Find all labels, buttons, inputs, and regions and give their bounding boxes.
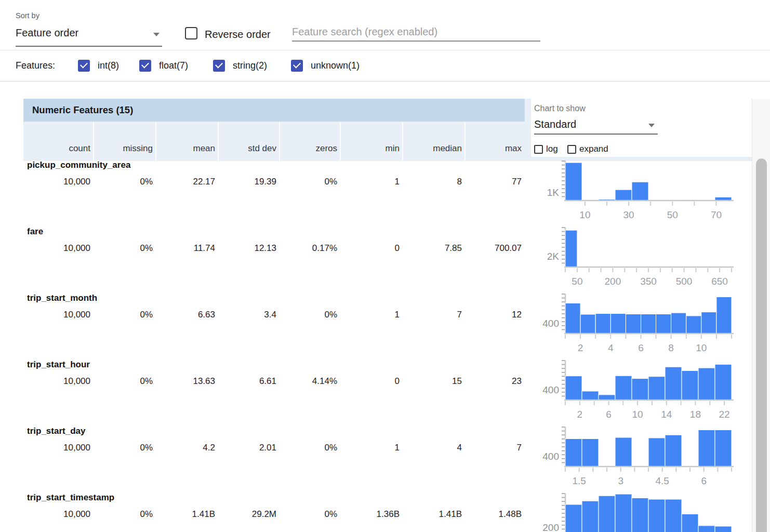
column-header-zeros[interactable]: zeros [280, 122, 337, 161]
stat-median: 15 [403, 376, 462, 387]
stat-count: 10,000 [23, 376, 90, 387]
column-header-median[interactable]: median [403, 122, 462, 161]
svg-text:500: 500 [676, 276, 693, 287]
feature-name: trip_start_day [27, 426, 85, 436]
stat-std_dev: 2.01 [218, 443, 276, 453]
column-divider [218, 122, 219, 161]
column-header-std-dev[interactable]: std dev [218, 122, 276, 161]
stat-median: 7 [403, 310, 462, 320]
histogram-trip_start_day: 1.534.56400 [540, 425, 734, 491]
column-divider [402, 122, 403, 161]
chart-type-dropdown[interactable]: Standard [534, 118, 659, 134]
svg-text:8: 8 [668, 342, 674, 353]
feature-type-checkbox[interactable] [291, 60, 303, 72]
stat-mean: 4.2 [156, 443, 215, 453]
column-header-missing[interactable]: missing [94, 122, 153, 161]
histogram-fare: 502003505006502K [540, 225, 734, 292]
svg-text:18: 18 [690, 409, 701, 420]
search-underline [292, 41, 540, 42]
stat-count: 10,000 [23, 509, 90, 520]
svg-text:10: 10 [632, 409, 643, 420]
svg-text:6: 6 [638, 342, 644, 353]
histogram-trip_start_hour: 2610141822400 [540, 358, 734, 425]
stat-median: 7.85 [403, 243, 462, 254]
stat-min: 1 [340, 443, 400, 453]
stat-std_dev: 29.2M [218, 509, 276, 520]
stat-mean: 6.63 [156, 310, 215, 320]
expand-label: expand [579, 144, 608, 154]
topbar-divider [0, 50, 770, 50]
sort-by-underline [16, 46, 162, 47]
stat-zeros: 0% [280, 177, 337, 187]
svg-text:10: 10 [696, 342, 707, 353]
stat-zeros: 4.14% [280, 376, 337, 387]
column-divider [340, 122, 341, 161]
histogram-pickup_community_area: 103050701K [540, 159, 734, 225]
svg-text:70: 70 [711, 209, 722, 220]
feature-type-checkbox[interactable] [139, 60, 151, 72]
stat-count: 10,000 [23, 310, 90, 320]
column-header-count[interactable]: count [23, 122, 90, 161]
feature-type-label: string(2) [233, 60, 267, 71]
svg-text:1.5: 1.5 [572, 475, 586, 486]
features-bar-divider [0, 81, 770, 82]
svg-text:1K: 1K [547, 187, 560, 198]
stat-max: 1.48B [465, 509, 522, 520]
svg-text:650: 650 [711, 276, 728, 287]
stat-min: 0 [340, 376, 400, 387]
stat-count: 10,000 [23, 243, 90, 254]
features-bar-label: Features: [16, 60, 55, 71]
stat-mean: 11.74 [156, 243, 215, 254]
feature-type-label: unknown(1) [311, 60, 360, 71]
feature-type-checkbox[interactable] [78, 60, 90, 72]
svg-text:350: 350 [640, 276, 657, 287]
stat-max: 700.07 [465, 243, 522, 254]
column-divider [93, 122, 94, 161]
svg-text:200: 200 [542, 522, 559, 532]
feature-type-label: float(7) [159, 60, 188, 71]
stat-count: 10,000 [23, 177, 90, 187]
feature-name: trip_start_timestamp [27, 493, 114, 503]
reverse-order-label: Reverse order [205, 29, 271, 41]
stat-min: 1 [340, 177, 400, 187]
column-divider [464, 122, 466, 161]
sort-by-value: Feature order [16, 27, 78, 38]
svg-text:50: 50 [572, 276, 582, 287]
svg-text:2: 2 [577, 409, 583, 420]
svg-text:2: 2 [578, 342, 583, 353]
stat-mean: 22.17 [156, 177, 215, 187]
chart-controls-panel: Chart to show Standard log expand [531, 99, 752, 157]
svg-text:2K: 2K [547, 251, 560, 262]
svg-text:22: 22 [719, 409, 730, 420]
expand-checkbox[interactable] [567, 145, 576, 154]
chevron-down-icon [648, 124, 655, 127]
stat-count: 10,000 [23, 443, 90, 453]
stat-max: 7 [465, 443, 522, 453]
svg-text:50: 50 [667, 209, 678, 220]
log-checkbox[interactable] [534, 145, 543, 154]
stat-zeros: 0% [280, 509, 337, 520]
stat-zeros: 0% [280, 443, 337, 453]
stat-zeros: 0.17% [280, 243, 337, 254]
feature-type-label: int(8) [98, 60, 119, 71]
column-header-max[interactable]: max [465, 122, 522, 161]
stat-max: 77 [465, 177, 522, 187]
reverse-order-checkbox[interactable] [185, 27, 197, 39]
stat-min: 0 [340, 243, 400, 254]
stat-median: 8 [403, 177, 462, 187]
column-header-mean[interactable]: mean [156, 122, 215, 161]
column-divider [155, 122, 156, 161]
feature-search-input[interactable] [292, 26, 540, 38]
feature-type-checkbox[interactable] [213, 60, 225, 72]
stat-mean: 13.63 [156, 376, 215, 387]
svg-text:3: 3 [618, 475, 623, 486]
feature-type-filter: string(2) [213, 59, 267, 72]
scrollbar-thumb[interactable] [756, 158, 767, 532]
stat-missing: 0% [94, 243, 153, 254]
feature-type-filter: unknown(1) [291, 59, 360, 72]
feature-name: pickup_community_area [27, 160, 130, 170]
stat-max: 12 [465, 310, 522, 320]
column-header-min[interactable]: min [340, 122, 400, 161]
stat-median: 1.41B [403, 509, 462, 520]
sort-by-dropdown[interactable]: Feature order [16, 27, 162, 47]
